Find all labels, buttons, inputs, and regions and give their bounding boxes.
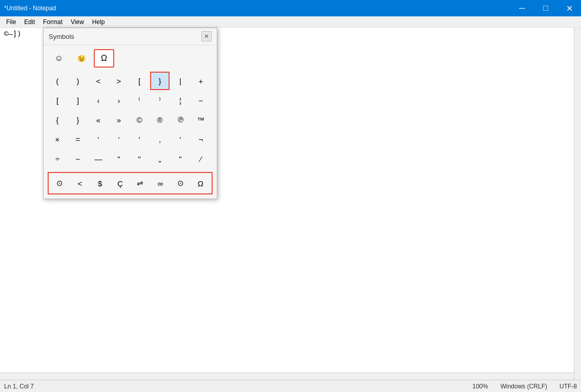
sym-27[interactable]: ' [109,130,129,148]
vertical-scrollbar[interactable] [574,28,581,380]
sym-1[interactable]: ) [68,72,88,90]
editor-content: ©–]) [4,30,22,38]
sym-31[interactable]: ¬ [191,130,211,148]
menu-help[interactable]: Help [88,17,109,27]
sym-32[interactable]: ÷ [48,149,67,168]
sym-28[interactable]: ' [130,130,149,148]
maximize-button[interactable]: □ [534,0,557,16]
sym-26[interactable]: ' [89,130,108,148]
sym-21[interactable]: ® [150,111,170,129]
sym-34[interactable]: — [89,149,108,168]
sym-23[interactable]: ™ [191,111,211,129]
symbols-dialog: Symbols ✕ ☺ 😉 Ω ( ) < > [ } | + [ ] ‹ › … [43,28,217,199]
sym-17[interactable]: } [68,111,88,129]
close-button[interactable]: ✕ [557,0,581,16]
sym-16[interactable]: { [48,111,67,129]
tab-omega[interactable]: Ω [94,49,114,68]
sym-22[interactable]: ℗ [171,111,190,129]
menu-bar: File Edit Format View Help [0,16,581,28]
dialog-title: Symbols [49,33,74,40]
sym-11[interactable]: › [109,91,129,110]
menu-view[interactable]: View [67,17,88,27]
sym-14[interactable]: ¦ [171,91,190,110]
sym-38[interactable]: " [171,149,190,168]
status-zoom: 100% [472,383,488,390]
dialog-tab-bar: ☺ 😉 Ω [44,45,217,68]
sym-7[interactable]: + [191,72,211,90]
sym-37[interactable]: „ [150,149,170,168]
status-bar: Ln 1, Col 7 100% Windows (CRLF) UTF-8 [0,380,581,392]
symbol-grid: ( ) < > [ } | + [ ] ‹ › ⁽ ⁾ ¦ − { } « » … [44,68,217,170]
sym-35[interactable]: " [109,149,129,168]
sym-10[interactable]: ‹ [89,91,108,110]
sym-5[interactable]: } [150,72,170,90]
tab-emoji[interactable]: ☺ [49,49,69,68]
recent-sym-3[interactable]: Ç [111,174,129,192]
sym-12[interactable]: ⁽ [130,91,149,110]
window-title: *Untitled - Notepad [4,5,56,12]
recent-sym-6[interactable]: ⊙ [172,174,190,192]
dialog-title-bar: Symbols ✕ [44,28,217,45]
sym-13[interactable]: ⁾ [150,91,170,110]
recent-sym-0[interactable]: ⊙ [51,174,69,192]
sym-4[interactable]: [ [130,72,149,90]
sym-3[interactable]: > [109,72,129,90]
title-bar: *Untitled - Notepad ─ □ ✕ [0,0,581,16]
sym-25[interactable]: = [68,130,88,148]
horizontal-scrollbar[interactable] [0,373,574,380]
sym-24[interactable]: × [48,130,67,148]
sym-15[interactable]: − [191,91,211,110]
sym-29[interactable]: , [150,130,170,148]
sym-6[interactable]: | [171,72,190,90]
sym-30[interactable]: ' [171,130,190,148]
sym-8[interactable]: [ [48,91,67,110]
recent-sym-5[interactable]: ∞ [151,174,169,192]
recent-sym-4[interactable]: ⇌ [131,174,149,192]
dialog-close-button[interactable]: ✕ [201,31,212,41]
sym-33[interactable]: − [68,149,88,168]
status-encoding: UTF-8 [559,383,577,390]
sym-9[interactable]: ] [68,91,88,110]
minimize-button[interactable]: ─ [510,0,534,16]
sym-36[interactable]: " [130,149,149,168]
sym-19[interactable]: » [109,111,129,129]
recent-symbols-bar: ⊙ < $ Ç ⇌ ∞ ⊙ Ω [48,172,213,194]
sym-0[interactable]: ( [48,72,67,90]
recent-sym-1[interactable]: < [71,174,89,192]
status-position: Ln 1, Col 7 [4,383,34,390]
recent-sym-7[interactable]: Ω [192,174,210,192]
tab-emoticon[interactable]: 😉 [71,49,92,68]
recent-sym-2[interactable]: $ [91,174,109,192]
status-line-ending: Windows (CRLF) [501,383,547,390]
sym-20[interactable]: © [130,111,149,129]
sym-18[interactable]: « [89,111,108,129]
sym-39[interactable]: ⁄ [191,149,211,168]
sym-2[interactable]: < [89,72,108,90]
menu-file[interactable]: File [2,17,20,27]
menu-format[interactable]: Format [39,17,67,27]
window-controls: ─ □ ✕ [510,0,581,16]
menu-edit[interactable]: Edit [20,17,39,27]
